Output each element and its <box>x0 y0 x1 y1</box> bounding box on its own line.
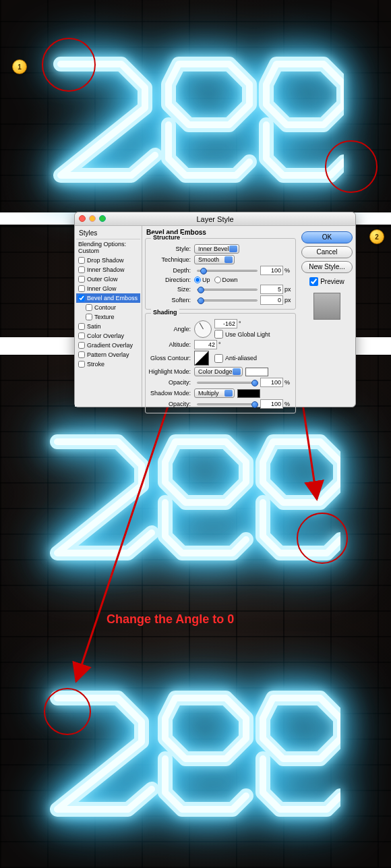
annotation-text: Change the Angle to 0 <box>107 612 234 627</box>
style-item-label: Color Overlay <box>87 332 124 339</box>
style-item-inner-glow[interactable]: Inner Glow <box>76 284 140 293</box>
highlight-circle-4 <box>44 688 91 735</box>
global-light-label: Use Global Light <box>225 331 270 338</box>
altitude-label: Altitude: <box>148 341 194 348</box>
style-item-label: Gradient Overlay <box>87 342 133 349</box>
blending-options-item[interactable]: Blending Options: Custom <box>76 239 140 256</box>
shadow-mode-label: Shadow Mode: <box>148 390 194 397</box>
neon-text-zee-3 <box>44 674 340 830</box>
zoom-window-icon[interactable] <box>99 215 106 222</box>
layer-style-dialog: Layer Style Styles Blending Options: Cus… <box>74 212 356 407</box>
altitude-input[interactable] <box>194 340 217 349</box>
style-item-pattern-overlay[interactable]: Pattern Overlay <box>76 350 140 359</box>
ok-button[interactable]: OK <box>301 231 353 243</box>
angle-input[interactable] <box>214 319 237 328</box>
soften-label: Soften: <box>148 297 194 303</box>
style-label: Style: <box>148 245 194 252</box>
style-checkbox[interactable] <box>78 342 85 349</box>
style-checkbox[interactable] <box>78 332 85 339</box>
depth-label: Depth: <box>148 267 194 274</box>
highlight-circle-3 <box>297 513 348 564</box>
new-style-button[interactable]: New Style... <box>301 261 353 273</box>
dialog-title: Layer Style <box>196 215 233 223</box>
style-checkbox[interactable] <box>78 361 85 368</box>
shadow-color-swatch[interactable] <box>237 389 260 398</box>
style-item-texture[interactable]: Texture <box>76 312 140 322</box>
global-light-checkbox[interactable] <box>214 330 223 339</box>
highlight-opacity-input[interactable] <box>260 378 283 387</box>
style-checkbox[interactable] <box>78 323 85 330</box>
neon-text-zee-2 <box>44 418 340 573</box>
style-checkbox[interactable] <box>78 295 85 301</box>
style-item-label: Texture <box>94 314 115 320</box>
style-checkbox[interactable] <box>78 257 85 264</box>
direction-label: Direction: <box>148 277 194 283</box>
technique-select[interactable]: Smooth <box>194 255 235 264</box>
direction-up-radio[interactable] <box>194 277 201 283</box>
depth-unit: % <box>284 267 290 274</box>
shading-fieldset: Shading Angle: ° Use Global Light <box>145 313 296 413</box>
dialog-titlebar[interactable]: Layer Style <box>75 212 355 226</box>
style-item-gradient-overlay[interactable]: Gradient Overlay <box>76 341 140 350</box>
style-item-stroke[interactable]: Stroke <box>76 359 140 369</box>
preview-checkbox[interactable] <box>309 277 318 286</box>
shadow-mode-select[interactable]: Multiply <box>194 388 235 398</box>
style-checkbox[interactable] <box>78 351 85 358</box>
close-window-icon[interactable] <box>79 215 86 222</box>
size-input[interactable] <box>260 285 283 294</box>
gloss-contour-label: Gloss Contour: <box>148 355 194 361</box>
style-checkbox[interactable] <box>78 266 85 273</box>
pct-unit: % <box>284 379 290 386</box>
highlight-mode-label: Highlight Mode: <box>148 368 194 375</box>
highlight-opacity-label: Opacity: <box>148 379 194 386</box>
shadow-opacity-input[interactable] <box>260 399 283 409</box>
style-item-label: Inner Glow <box>87 285 117 292</box>
marker-2-badge: 2 <box>369 229 384 244</box>
style-item-label: Satin <box>87 323 101 330</box>
style-checkbox[interactable] <box>86 304 92 311</box>
style-item-label: Pattern Overlay <box>87 351 129 358</box>
dialog-right-panel: OK Cancel New Style... Preview <box>299 226 355 407</box>
style-item-satin[interactable]: Satin <box>76 322 140 331</box>
soften-slider[interactable] <box>197 299 258 301</box>
angle-dial[interactable] <box>194 320 212 338</box>
style-item-color-overlay[interactable]: Color Overlay <box>76 331 140 341</box>
style-checkbox[interactable] <box>78 276 85 283</box>
style-checkbox[interactable] <box>86 314 92 320</box>
style-item-outer-glow[interactable]: Outer Glow <box>76 274 140 284</box>
pct-unit-2: % <box>284 401 290 407</box>
style-checkbox[interactable] <box>78 285 85 292</box>
marker-1-badge: 1 <box>12 59 27 74</box>
preview-swatch <box>313 293 340 320</box>
direction-down-radio[interactable] <box>214 277 221 283</box>
cancel-button[interactable]: Cancel <box>301 246 353 258</box>
size-unit: px <box>284 286 291 293</box>
highlight-circle-2 <box>325 140 378 193</box>
styles-panel: Styles Blending Options: Custom Drop Sha… <box>75 226 142 407</box>
minimize-window-icon[interactable] <box>89 215 96 222</box>
style-item-label: Inner Shadow <box>87 266 125 273</box>
anti-aliased-checkbox[interactable] <box>214 354 223 363</box>
style-item-bevel-and-emboss[interactable]: Bevel and Emboss <box>76 293 140 303</box>
highlight-mode-select[interactable]: Color Dodge <box>194 367 243 376</box>
structure-legend: Structure <box>151 234 182 241</box>
depth-input[interactable] <box>260 266 283 275</box>
soften-input[interactable] <box>260 295 283 305</box>
style-item-inner-shadow[interactable]: Inner Shadow <box>76 265 140 274</box>
technique-label: Technique: <box>148 256 194 263</box>
style-item-contour[interactable]: Contour <box>76 303 140 312</box>
style-select[interactable]: Inner Bevel <box>194 244 239 254</box>
highlight-opacity-slider[interactable] <box>197 382 258 384</box>
style-item-drop-shadow[interactable]: Drop Shadow <box>76 256 140 265</box>
styles-header[interactable]: Styles <box>76 227 140 239</box>
depth-slider[interactable] <box>197 270 258 272</box>
altitude-unit: ° <box>218 341 221 348</box>
size-slider[interactable] <box>197 289 258 291</box>
gloss-contour-swatch[interactable] <box>194 351 209 366</box>
down-label: Down <box>222 277 238 283</box>
angle-label: Angle: <box>148 326 194 332</box>
highlight-color-swatch[interactable] <box>245 368 268 376</box>
shadow-opacity-slider[interactable] <box>197 403 258 405</box>
style-item-label: Bevel and Emboss <box>87 295 138 301</box>
style-item-label: Drop Shadow <box>87 257 124 264</box>
